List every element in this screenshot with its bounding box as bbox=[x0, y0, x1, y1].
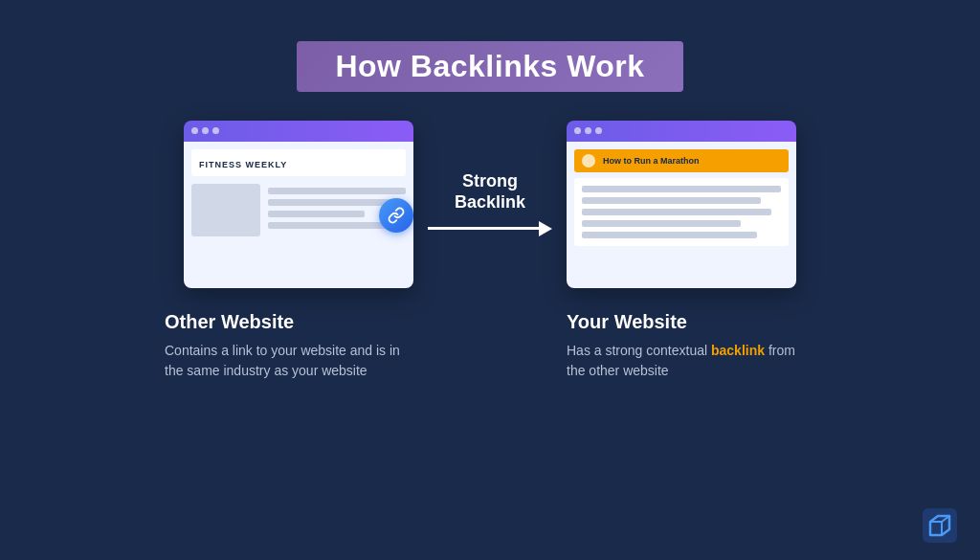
arrow-shaft bbox=[428, 227, 539, 230]
content-line-3 bbox=[268, 211, 365, 217]
labels-row: Other Website Contains a link to your we… bbox=[69, 311, 911, 381]
right-browser-dot-3 bbox=[595, 127, 602, 134]
right-content-lines bbox=[574, 178, 789, 246]
right-line-3 bbox=[582, 209, 771, 215]
content-image bbox=[191, 184, 260, 236]
main-container: How Backlinks Work FITNESS WEEKLY bbox=[31, 22, 949, 539]
page-title: How Backlinks Work bbox=[335, 49, 644, 83]
right-label-block: Your Website Has a strong contextual bac… bbox=[567, 311, 815, 381]
title-section: How Backlinks Work bbox=[297, 41, 682, 92]
article-title: How to Run a Marathon bbox=[603, 156, 700, 166]
diagram-row: FITNESS WEEKLY bbox=[69, 121, 911, 288]
browser-dot-2 bbox=[202, 127, 209, 134]
content-line-4 bbox=[268, 222, 392, 229]
right-browser-titlebar bbox=[567, 121, 796, 142]
right-line-1 bbox=[582, 186, 781, 192]
title-background: How Backlinks Work bbox=[297, 41, 682, 92]
right-description: Has a strong contextual backlink from th… bbox=[567, 341, 815, 381]
left-browser-header: FITNESS WEEKLY bbox=[191, 149, 406, 176]
left-content-area bbox=[191, 184, 406, 236]
left-heading: Other Website bbox=[165, 311, 413, 333]
left-browser: FITNESS WEEKLY bbox=[184, 121, 413, 288]
left-label-block: Other Website Contains a link to your we… bbox=[165, 311, 413, 381]
left-browser-titlebar bbox=[184, 121, 413, 142]
arrow-line bbox=[428, 221, 552, 236]
left-description: Contains a link to your website and is i… bbox=[165, 341, 413, 381]
content-line-2 bbox=[268, 199, 392, 206]
arrow-head bbox=[539, 221, 552, 236]
right-line-4 bbox=[582, 220, 741, 227]
link-icon bbox=[379, 198, 413, 233]
arrow-label: Strong Backlink bbox=[455, 171, 525, 213]
browser-dot-1 bbox=[191, 127, 198, 134]
avatar-circle bbox=[582, 154, 595, 168]
backlink-highlight: backlink bbox=[711, 343, 765, 358]
svg-rect-0 bbox=[923, 508, 957, 543]
right-line-2 bbox=[582, 197, 761, 204]
right-browser-header: How to Run a Marathon bbox=[574, 149, 789, 172]
right-browser-dot-2 bbox=[585, 127, 591, 134]
right-browser-dot-1 bbox=[574, 127, 581, 134]
site-name-label: FITNESS WEEKLY bbox=[199, 160, 287, 169]
right-browser: How to Run a Marathon bbox=[567, 121, 796, 288]
content-line-1 bbox=[268, 188, 406, 194]
right-heading: Your Website bbox=[567, 311, 815, 333]
arrow-area: Strong Backlink bbox=[413, 171, 567, 235]
logo bbox=[923, 508, 957, 543]
left-browser-body: FITNESS WEEKLY bbox=[184, 142, 413, 288]
right-browser-body: How to Run a Marathon bbox=[567, 142, 796, 288]
right-line-5 bbox=[582, 232, 757, 238]
browser-dot-3 bbox=[212, 127, 219, 134]
